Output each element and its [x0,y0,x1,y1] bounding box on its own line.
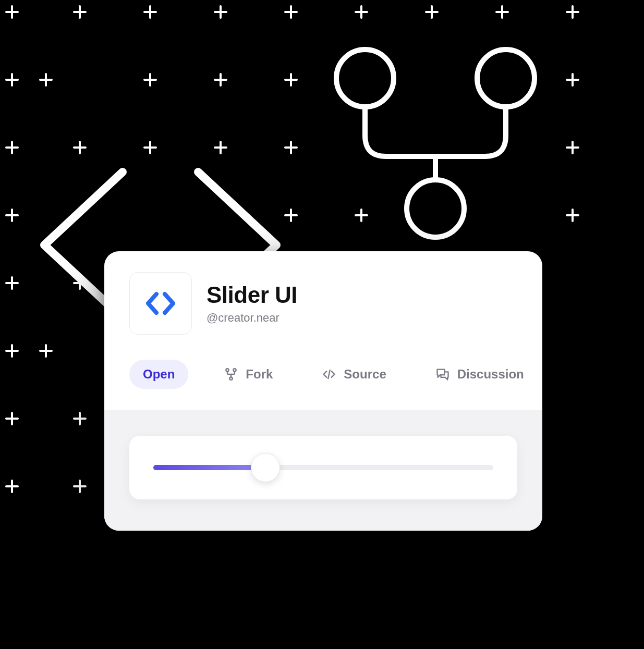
tab-open[interactable]: Open [129,360,188,389]
sparkle-icon [143,5,157,19]
sparkle-icon [143,73,157,87]
component-title-block: Slider UI @creator.near [206,282,297,325]
sparkle-icon [5,5,19,19]
component-header: Slider UI @creator.near [104,251,542,350]
sparkle-icon [284,73,298,87]
sparkle-icon [143,141,157,154]
sparkle-icon [5,480,19,493]
preview-panel [104,410,542,531]
sparkle-icon [73,141,87,154]
sparkle-icon [5,344,19,358]
sparkle-icon [73,412,87,425]
sparkle-icon [425,5,439,19]
tab-fork[interactable]: Fork [210,360,286,389]
fork-hero-icon [313,36,563,255]
component-card: Slider UI @creator.near Open Fork So [104,251,542,531]
slider-widget [129,436,517,499]
tab-discussion[interactable]: Discussion [422,360,538,389]
svg-point-1 [477,50,534,107]
sparkle-icon [5,412,19,425]
sparkle-icon [5,141,19,154]
sparkle-icon [73,480,87,493]
sparkle-icon [214,5,227,19]
slider-track-container[interactable] [153,465,493,470]
component-creator: @creator.near [206,311,297,325]
tab-discussion-label: Discussion [457,367,524,382]
sparkle-icon [214,141,227,154]
discussion-icon [435,367,450,382]
tab-fork-label: Fork [246,367,273,382]
fork-icon [224,367,238,382]
svg-point-0 [336,50,394,107]
tab-source-label: Source [344,367,386,382]
sparkle-icon [284,141,298,154]
sparkle-icon [214,73,227,87]
sparkle-icon [355,5,368,19]
source-icon [322,367,336,382]
sparkle-icon [5,73,19,87]
sparkle-icon [284,5,298,19]
slider-fill [153,465,265,470]
sparkle-icon [73,5,87,19]
code-icon [144,287,177,320]
sparkle-icon [495,5,509,19]
action-tabs: Open Fork Source [104,350,542,410]
sparkle-icon [39,73,53,87]
sparkle-icon [566,73,579,87]
component-title: Slider UI [206,282,297,308]
tab-source[interactable]: Source [308,360,399,389]
sparkle-icon [566,5,579,19]
component-avatar [129,272,192,335]
slider-thumb[interactable] [251,453,280,482]
tab-open-label: Open [143,367,175,382]
sparkle-icon [39,344,53,358]
svg-point-2 [407,180,464,237]
sparkle-icon [566,209,579,222]
sparkle-icon [566,141,579,154]
